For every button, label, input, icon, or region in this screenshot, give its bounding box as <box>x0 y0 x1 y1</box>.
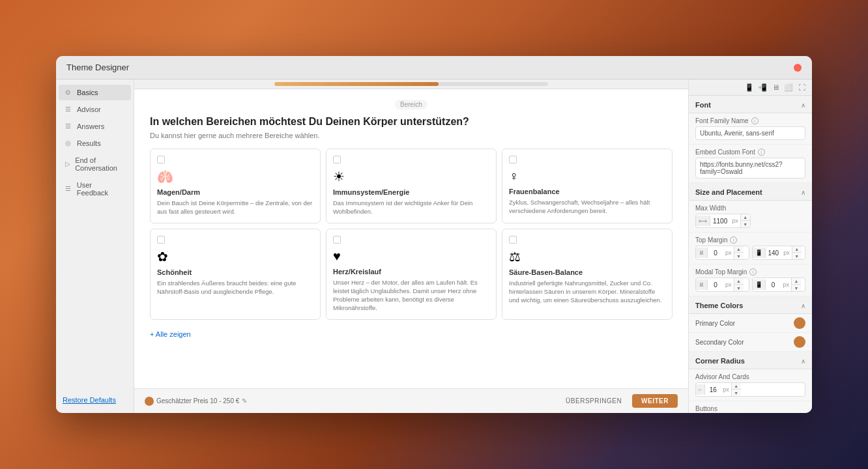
advisor-cards-unit: px <box>721 384 731 395</box>
price-label: Geschätzter Preis 10 - 250 € ✎ <box>145 397 247 406</box>
preview-content: Bereich In welchen Bereichen möchtest Du… <box>134 89 688 388</box>
restore-defaults-link[interactable]: Restore Defaults <box>56 392 134 408</box>
colors-section-title: Theme Colors <box>695 302 743 309</box>
advisor-cards-value[interactable]: 16 <box>705 384 721 395</box>
fullscreen-icon[interactable]: ⛶ <box>796 82 807 92</box>
embed-font-row: Embed Custom Font i https://fonts.bunny.… <box>689 145 812 183</box>
modal-mobile-stepper[interactable]: ▲ ▼ <box>791 278 801 291</box>
desktop-icon[interactable]: 🖥 <box>770 82 781 92</box>
progress-bar <box>274 82 548 86</box>
max-width-input-group: ⟷ 1100 px ▲ ▼ <box>695 214 751 228</box>
md-down[interactable]: ▼ <box>734 285 744 291</box>
card-desc-6: Industriell gefertigte Nahrungsmittel, Z… <box>509 279 665 305</box>
corner-radius-section-title: Corner Radius <box>695 357 745 365</box>
skip-button[interactable]: ÜBERSPRINGEN <box>560 395 627 407</box>
font-section-header: Font ∧ <box>689 96 812 113</box>
top-margin-mobile-value[interactable]: 140 <box>766 248 782 259</box>
tm-up[interactable]: ▲ <box>792 246 802 253</box>
top-margin-mobile-stepper[interactable]: ▲ ▼ <box>792 246 802 259</box>
top-margin-desktop-unit: px <box>723 248 734 258</box>
window-icon[interactable]: ⬜ <box>783 82 794 92</box>
sidebar-item-end-of-conversation[interactable]: ▷ End of Conversation <box>59 152 131 176</box>
modal-top-margin-label: Modal Top Margin i <box>695 268 805 276</box>
top-margin-info-icon[interactable]: i <box>730 236 737 244</box>
sidebar-label-advisor: Advisor <box>77 106 101 113</box>
sidebar-label-answers: Answers <box>77 122 104 130</box>
size-chevron[interactable]: ∧ <box>801 189 805 196</box>
advisor-cards-stepper[interactable]: ▲ ▼ <box>731 383 741 396</box>
card-checkbox-3[interactable] <box>509 156 517 163</box>
modal-info-icon[interactable]: i <box>749 268 757 276</box>
card-saure-basen[interactable]: ⚖ Säure-Basen-Balance Industriell gefert… <box>502 229 673 320</box>
app-window: Theme Designer ⊙ Basics ☰ Advisor ☰ Answ… <box>56 56 812 413</box>
card-immunsystem[interactable]: ☀ Immunsystem/Energie Das Immunsystem is… <box>326 149 497 223</box>
embed-font-value: https://fonts.bunny.net/css2?family=Oswa… <box>700 161 801 175</box>
tablet-icon[interactable]: 📲 <box>757 82 768 92</box>
price-text: Geschätzter Preis 10 - 250 € <box>156 397 239 405</box>
mm-down[interactable]: ▼ <box>792 285 801 291</box>
sidebar-label-results: Results <box>77 139 101 147</box>
desktop-top-margin-icon: 🖥 <box>696 248 708 258</box>
mm-up[interactable]: ▲ <box>792 278 801 285</box>
max-width-up[interactable]: ▲ <box>741 214 750 221</box>
uf-icon: ☰ <box>65 185 73 193</box>
card-checkbox-2[interactable] <box>333 156 341 163</box>
card-schonheit[interactable]: ✿ Schönheit Ein strahlendes Äußeres brau… <box>150 229 321 320</box>
tm-down[interactable]: ▼ <box>792 253 802 259</box>
card-herz-kreislauf[interactable]: ♥ Herz/Kreislauf Unser Herz – der Motor,… <box>326 229 497 320</box>
card-checkbox-4[interactable] <box>157 236 165 244</box>
modal-mobile-value[interactable]: 0 <box>766 279 781 291</box>
content-area: ⊙ Basics ☰ Advisor ☰ Answers ◎ Results ▷… <box>56 79 812 413</box>
primary-color-swatch[interactable] <box>794 317 805 329</box>
td-down[interactable]: ▼ <box>734 253 744 259</box>
corner-radius-chevron[interactable]: ∧ <box>801 358 805 365</box>
card-title-3: Frauenbalance <box>509 188 665 195</box>
edit-icon[interactable]: ✎ <box>242 397 247 405</box>
td-up[interactable]: ▲ <box>734 246 744 253</box>
max-width-controls: ⟷ 1100 px ▲ ▼ <box>695 214 805 228</box>
modal-mobile-icon: 📱 <box>753 279 766 290</box>
max-width-stepper[interactable]: ▲ ▼ <box>740 214 750 227</box>
colors-chevron[interactable]: ∧ <box>801 302 805 309</box>
modal-desktop-icon: 🖥 <box>696 279 708 290</box>
modal-desktop-stepper[interactable]: ▲ ▼ <box>734 278 744 291</box>
ac-up[interactable]: ▲ <box>732 383 741 390</box>
mobile-icon[interactable]: 📱 <box>744 82 755 92</box>
card-magen-darm[interactable]: 🫁 Magen/Darm Dein Bauch ist Deine Körper… <box>150 149 321 223</box>
progress-fill <box>274 82 439 86</box>
window-title: Theme Designer <box>66 63 794 72</box>
card-checkbox-5[interactable] <box>333 236 341 244</box>
font-chevron[interactable]: ∧ <box>801 102 805 109</box>
top-margin-desktop-value[interactable]: 0 <box>708 248 723 259</box>
card-icon-4: ✿ <box>157 249 313 264</box>
sidebar-item-user-feedback[interactable]: ☰ User Feedback <box>59 177 131 201</box>
max-width-row: Max Width ⟷ 1100 px ▲ ▼ <box>689 201 812 233</box>
next-button[interactable]: WEITER <box>632 394 678 408</box>
card-checkbox-6[interactable] <box>509 236 517 244</box>
embed-info-icon[interactable]: i <box>758 149 765 156</box>
embed-font-input[interactable]: https://fonts.bunny.net/css2?family=Oswa… <box>695 158 805 178</box>
md-up[interactable]: ▲ <box>734 278 744 285</box>
sidebar-item-advisor[interactable]: ☰ Advisor <box>59 102 131 117</box>
font-family-input[interactable]: Ubuntu, Avenir, sans-serif <box>695 126 805 140</box>
max-width-value[interactable]: 1100 <box>710 216 730 227</box>
modal-desktop-value[interactable]: 0 <box>708 279 723 291</box>
sidebar-item-basics[interactable]: ⊙ Basics <box>59 85 131 100</box>
sidebar-item-results[interactable]: ◎ Results <box>59 135 131 151</box>
sidebar-item-answers[interactable]: ☰ Answers <box>59 119 131 134</box>
show-all-link[interactable]: + Alle zeigen <box>150 330 191 338</box>
advisor-cards-icon: ⌐ <box>696 384 705 395</box>
font-info-icon[interactable]: i <box>751 117 759 124</box>
card-icon-1: 🫁 <box>157 169 313 184</box>
card-checkbox-1[interactable] <box>157 156 165 163</box>
ac-down[interactable]: ▼ <box>732 390 741 396</box>
top-margin-desktop-stepper[interactable]: ▲ ▼ <box>734 246 744 259</box>
card-frauenbalance[interactable]: ♀ Frauenbalance Zyklus, Schwangerschaft,… <box>502 149 673 223</box>
close-button[interactable] <box>794 64 802 72</box>
secondary-color-swatch[interactable] <box>794 336 805 348</box>
section-label: Bereich <box>395 100 427 109</box>
secondary-color-label: Secondary Color <box>695 339 744 346</box>
results-icon: ◎ <box>65 139 73 147</box>
modal-top-margin-row: Modal Top Margin i 🖥 0 px ▲ ▼ 📱 <box>689 264 812 296</box>
max-width-down[interactable]: ▼ <box>741 221 750 227</box>
